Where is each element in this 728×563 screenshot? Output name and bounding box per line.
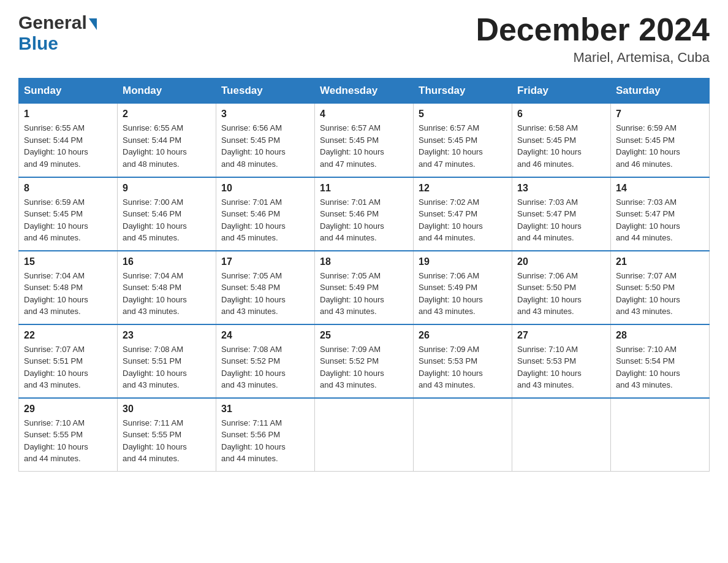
- calendar-cell: 10Sunrise: 7:01 AMSunset: 5:46 PMDayligh…: [216, 177, 315, 251]
- day-info: Sunrise: 6:59 AMSunset: 5:45 PMDaylight:…: [24, 196, 112, 244]
- day-info: Sunrise: 7:08 AMSunset: 5:51 PMDaylight:…: [123, 343, 211, 391]
- day-number: 27: [517, 330, 605, 341]
- calendar-cell: 22Sunrise: 7:07 AMSunset: 5:51 PMDayligh…: [19, 324, 118, 398]
- calendar-cell: 15Sunrise: 7:04 AMSunset: 5:48 PMDayligh…: [19, 251, 118, 324]
- day-info: Sunrise: 7:10 AMSunset: 5:54 PMDaylight:…: [616, 343, 704, 391]
- calendar-cell: 28Sunrise: 7:10 AMSunset: 5:54 PMDayligh…: [611, 324, 710, 398]
- day-number: 5: [419, 109, 507, 120]
- day-info: Sunrise: 7:09 AMSunset: 5:53 PMDaylight:…: [419, 343, 507, 391]
- day-number: 7: [616, 109, 704, 120]
- calendar-cell: 12Sunrise: 7:02 AMSunset: 5:47 PMDayligh…: [414, 177, 512, 251]
- day-info: Sunrise: 7:09 AMSunset: 5:52 PMDaylight:…: [320, 343, 408, 391]
- calendar-week-row: 1Sunrise: 6:55 AMSunset: 5:44 PMDaylight…: [19, 104, 710, 177]
- logo-blue: Blue: [18, 33, 58, 53]
- calendar-cell: 16Sunrise: 7:04 AMSunset: 5:48 PMDayligh…: [118, 251, 216, 324]
- calendar-cell: 2Sunrise: 6:55 AMSunset: 5:44 PMDaylight…: [118, 104, 216, 177]
- day-info: Sunrise: 7:10 AMSunset: 5:53 PMDaylight:…: [517, 343, 605, 391]
- logo: General Blue: [18, 12, 97, 54]
- calendar-cell: 3Sunrise: 6:56 AMSunset: 5:45 PMDaylight…: [216, 104, 315, 177]
- calendar-cell: 19Sunrise: 7:06 AMSunset: 5:49 PMDayligh…: [414, 251, 512, 324]
- calendar-cell: 20Sunrise: 7:06 AMSunset: 5:50 PMDayligh…: [512, 251, 611, 324]
- day-number: 22: [24, 330, 112, 341]
- day-number: 26: [419, 330, 507, 341]
- day-info: Sunrise: 6:57 AMSunset: 5:45 PMDaylight:…: [320, 122, 408, 170]
- day-info: Sunrise: 7:10 AMSunset: 5:55 PMDaylight:…: [24, 417, 112, 465]
- calendar-cell: 11Sunrise: 7:01 AMSunset: 5:46 PMDayligh…: [315, 177, 414, 251]
- day-number: 10: [221, 183, 309, 194]
- calendar-week-row: 22Sunrise: 7:07 AMSunset: 5:51 PMDayligh…: [19, 324, 710, 398]
- day-info: Sunrise: 7:05 AMSunset: 5:49 PMDaylight:…: [320, 270, 408, 318]
- logo-triangle-icon: [89, 18, 97, 30]
- day-number: 14: [616, 183, 704, 194]
- calendar-week-row: 8Sunrise: 6:59 AMSunset: 5:45 PMDaylight…: [19, 177, 710, 251]
- day-info: Sunrise: 6:56 AMSunset: 5:45 PMDaylight:…: [221, 122, 309, 170]
- day-number: 6: [517, 109, 605, 120]
- calendar-cell: 13Sunrise: 7:03 AMSunset: 5:47 PMDayligh…: [512, 177, 611, 251]
- day-info: Sunrise: 7:05 AMSunset: 5:48 PMDaylight:…: [221, 270, 309, 318]
- day-number: 3: [221, 109, 309, 120]
- calendar-week-row: 15Sunrise: 7:04 AMSunset: 5:48 PMDayligh…: [19, 251, 710, 324]
- calendar-cell: 30Sunrise: 7:11 AMSunset: 5:55 PMDayligh…: [118, 398, 216, 472]
- col-header-monday: Monday: [118, 79, 216, 104]
- day-number: 17: [221, 256, 309, 267]
- day-number: 1: [24, 109, 112, 120]
- calendar-cell: 8Sunrise: 6:59 AMSunset: 5:45 PMDaylight…: [19, 177, 118, 251]
- calendar-cell: 23Sunrise: 7:08 AMSunset: 5:51 PMDayligh…: [118, 324, 216, 398]
- calendar-cell: 14Sunrise: 7:03 AMSunset: 5:47 PMDayligh…: [611, 177, 710, 251]
- day-info: Sunrise: 7:01 AMSunset: 5:46 PMDaylight:…: [221, 196, 309, 244]
- day-info: Sunrise: 7:04 AMSunset: 5:48 PMDaylight:…: [24, 270, 112, 318]
- col-header-thursday: Thursday: [414, 79, 512, 104]
- day-number: 24: [221, 330, 309, 341]
- calendar-table: SundayMondayTuesdayWednesdayThursdayFrid…: [18, 78, 710, 472]
- day-number: 2: [123, 109, 211, 120]
- day-info: Sunrise: 6:58 AMSunset: 5:45 PMDaylight:…: [517, 122, 605, 170]
- calendar-cell: 24Sunrise: 7:08 AMSunset: 5:52 PMDayligh…: [216, 324, 315, 398]
- day-number: 16: [123, 256, 211, 267]
- day-info: Sunrise: 7:04 AMSunset: 5:48 PMDaylight:…: [123, 270, 211, 318]
- calendar-cell: 29Sunrise: 7:10 AMSunset: 5:55 PMDayligh…: [19, 398, 118, 472]
- calendar-cell: 26Sunrise: 7:09 AMSunset: 5:53 PMDayligh…: [414, 324, 512, 398]
- day-number: 29: [24, 404, 112, 415]
- calendar-cell: 6Sunrise: 6:58 AMSunset: 5:45 PMDaylight…: [512, 104, 611, 177]
- month-year-title: December 2024: [476, 12, 710, 47]
- col-header-sunday: Sunday: [19, 79, 118, 104]
- day-number: 8: [24, 183, 112, 194]
- calendar-cell: 18Sunrise: 7:05 AMSunset: 5:49 PMDayligh…: [315, 251, 414, 324]
- calendar-cell: [414, 398, 512, 472]
- day-number: 28: [616, 330, 704, 341]
- day-number: 19: [419, 256, 507, 267]
- calendar-cell: [512, 398, 611, 472]
- col-header-wednesday: Wednesday: [315, 79, 414, 104]
- calendar-cell: 21Sunrise: 7:07 AMSunset: 5:50 PMDayligh…: [611, 251, 710, 324]
- day-number: 23: [123, 330, 211, 341]
- day-info: Sunrise: 7:11 AMSunset: 5:55 PMDaylight:…: [123, 417, 211, 465]
- day-number: 25: [320, 330, 408, 341]
- calendar-cell: [611, 398, 710, 472]
- calendar-cell: 31Sunrise: 7:11 AMSunset: 5:56 PMDayligh…: [216, 398, 315, 472]
- day-number: 21: [616, 256, 704, 267]
- day-number: 31: [221, 404, 309, 415]
- day-info: Sunrise: 7:03 AMSunset: 5:47 PMDaylight:…: [517, 196, 605, 244]
- calendar-cell: 27Sunrise: 7:10 AMSunset: 5:53 PMDayligh…: [512, 324, 611, 398]
- day-number: 13: [517, 183, 605, 194]
- day-number: 30: [123, 404, 211, 415]
- day-info: Sunrise: 7:02 AMSunset: 5:47 PMDaylight:…: [419, 196, 507, 244]
- calendar-cell: 17Sunrise: 7:05 AMSunset: 5:48 PMDayligh…: [216, 251, 315, 324]
- calendar-header-row: SundayMondayTuesdayWednesdayThursdayFrid…: [19, 79, 710, 104]
- day-info: Sunrise: 6:55 AMSunset: 5:44 PMDaylight:…: [24, 122, 112, 170]
- day-number: 11: [320, 183, 408, 194]
- day-info: Sunrise: 6:55 AMSunset: 5:44 PMDaylight:…: [123, 122, 211, 170]
- col-header-friday: Friday: [512, 79, 611, 104]
- day-info: Sunrise: 7:07 AMSunset: 5:50 PMDaylight:…: [616, 270, 704, 318]
- day-info: Sunrise: 7:03 AMSunset: 5:47 PMDaylight:…: [616, 196, 704, 244]
- day-info: Sunrise: 7:11 AMSunset: 5:56 PMDaylight:…: [221, 417, 309, 465]
- calendar-cell: 5Sunrise: 6:57 AMSunset: 5:45 PMDaylight…: [414, 104, 512, 177]
- day-info: Sunrise: 7:01 AMSunset: 5:46 PMDaylight:…: [320, 196, 408, 244]
- title-block: December 2024 Mariel, Artemisa, Cuba: [476, 12, 710, 66]
- col-header-tuesday: Tuesday: [216, 79, 315, 104]
- calendar-cell: [315, 398, 414, 472]
- day-info: Sunrise: 7:06 AMSunset: 5:49 PMDaylight:…: [419, 270, 507, 318]
- day-info: Sunrise: 7:08 AMSunset: 5:52 PMDaylight:…: [221, 343, 309, 391]
- day-number: 18: [320, 256, 408, 267]
- calendar-cell: 9Sunrise: 7:00 AMSunset: 5:46 PMDaylight…: [118, 177, 216, 251]
